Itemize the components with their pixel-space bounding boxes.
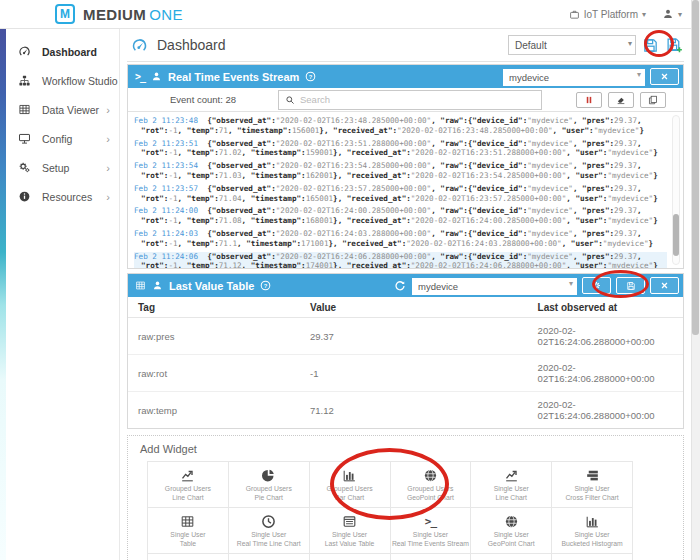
widget-button-single-user-table[interactable]: Single UserTable — [148, 508, 228, 553]
widget-button-grouped-users-pie-chart[interactable]: Grouped UsersPie Chart — [229, 462, 309, 507]
sidebar-item-label: Resources — [42, 191, 92, 203]
events-device-input[interactable] — [503, 69, 645, 86]
widget-button-single-user-real-time-events-stream[interactable]: >_Single UserReal Time Events Stream — [391, 508, 471, 553]
events-close-button[interactable] — [650, 68, 679, 85]
widget-button-grouped-users-line-chart[interactable]: Grouped UsersLine Chart — [148, 462, 228, 507]
bar-chart-icon — [585, 513, 600, 530]
widget-button-single-user-scatter-chart[interactable]: Single UserScatter Chart — [148, 554, 228, 560]
pause-stream-button[interactable] — [576, 92, 602, 108]
widget-button-single-user-user-input[interactable]: Single UserUser Input — [552, 554, 632, 560]
lvt-close-button[interactable] — [650, 277, 679, 294]
dashboard-preset-input[interactable] — [508, 35, 636, 55]
events-device-select[interactable]: ▾ — [503, 67, 645, 86]
brand-name: MEDIUMONE — [83, 6, 183, 23]
lvt-save-button[interactable] — [616, 277, 645, 294]
save-dashboard-button[interactable] — [641, 37, 660, 54]
event-count-label: Event count: 28 — [128, 94, 278, 105]
event-log-entry: Feb 2 11:23:48 {"observed_at":"2020-02-0… — [134, 116, 667, 136]
event-log-entry: Feb 2 11:23:57 {"observed_at":"2020-02-0… — [134, 184, 667, 204]
bar-chart-icon — [342, 467, 357, 484]
sidebar-item-dashboard[interactable]: Dashboard — [0, 37, 119, 66]
page-scrollbar-thumb[interactable] — [692, 0, 699, 335]
real-time-events-stream-widget: >_ Real Time Events Stream ? ▾ Event cou… — [127, 64, 684, 269]
widget-button-single-user-cross-filter-chart[interactable]: Single UserCross Filter Chart — [552, 462, 632, 507]
help-icon[interactable]: ? — [260, 280, 271, 291]
table-row: raw:rot-12020-02-02T16:24:06.288000+00:0… — [128, 355, 683, 392]
widget-button-group-label: Single User — [332, 531, 367, 540]
help-icon[interactable]: ? — [305, 71, 316, 82]
widget-button-group-label: Grouped Users — [246, 485, 292, 494]
lvt-device-input[interactable] — [412, 278, 577, 295]
copy-stream-button[interactable] — [640, 92, 666, 108]
table-row: raw:temp71.122020-02-02T16:24:06.288000+… — [128, 392, 683, 429]
widget-button-group-label: Single User — [575, 531, 610, 540]
widget-button-grouped-users-bar-chart[interactable]: Grouped UsersBar Chart — [310, 462, 390, 507]
widget-button-single-user-real-time-gauge[interactable]: Single UserReal Time Gauge — [229, 554, 309, 560]
widget-button-single-user-number-input[interactable]: x2Single UserNumber Input — [471, 554, 551, 560]
grid-table-icon — [18, 103, 34, 116]
dashboard-preset-select[interactable]: ▾ — [508, 35, 636, 56]
events-search-input[interactable] — [300, 94, 541, 105]
sidebar: DashboardWorkflow StudioData Viewer›Conf… — [0, 29, 120, 560]
floppy-save-icon — [626, 281, 636, 291]
clear-stream-button[interactable] — [608, 92, 634, 108]
widget-button-type-label: Line Chart — [172, 494, 203, 503]
widget-button-single-user-string-input[interactable]: Single UserString Input — [391, 554, 471, 560]
svg-text:?: ? — [309, 74, 313, 80]
sidebar-item-data-viewer[interactable]: Data Viewer› — [0, 95, 119, 124]
event-log-entry: Feb 2 11:24:00 {"observed_at":"2020-02-0… — [134, 206, 667, 226]
widget-button-grouped-users-geopoint-chart[interactable]: Grouped UsersGeoPoint Chart — [391, 462, 471, 507]
events-toolbar: Event count: 28 — [128, 88, 683, 112]
svg-text:?: ? — [264, 283, 268, 289]
main-content: Dashboard ▾ >_ Real Time Events Stream — [120, 29, 700, 560]
lvt-device-select[interactable]: ▾ — [412, 276, 577, 295]
page-scrollbar[interactable] — [691, 0, 700, 560]
widget-button-group-label: Single User — [170, 531, 205, 540]
info-icon — [18, 190, 34, 203]
widget-button-group-label: Grouped Users — [407, 485, 453, 494]
brand-secondary: ONE — [149, 6, 183, 23]
widget-button-group-label: Grouped Users — [327, 485, 373, 494]
lvt-tag-cell: raw:temp — [128, 392, 300, 429]
caret-down-icon: ▾ — [628, 39, 632, 48]
widget-button-type-label: GeoPoint Chart — [407, 494, 454, 503]
widget-button-group-label: Single User — [494, 485, 529, 494]
copy-icon — [648, 95, 658, 105]
widget-button-single-user-real-time-line-chart[interactable]: Single UserReal Time Line Chart — [229, 508, 309, 553]
lvt-last-observed-cell: 2020-02-02T16:24:06.288000+00:00 — [528, 392, 683, 429]
lvt-column-header: Last observed at — [528, 297, 683, 318]
add-widget-title: Add Widget — [140, 443, 674, 455]
widget-button-single-user-last-value-table[interactable]: Single UserLast Value Table — [310, 508, 390, 553]
sidebar-item-resources[interactable]: Resources› — [0, 182, 119, 211]
user-menu[interactable]: ▾ — [662, 8, 682, 20]
page-title: Dashboard — [157, 37, 226, 53]
widget-button-single-user-boolean-input[interactable]: Single UserBoolean Input — [310, 554, 390, 560]
events-log: Feb 2 11:23:48 {"observed_at":"2020-02-0… — [128, 112, 683, 268]
sidebar-item-config[interactable]: Config› — [0, 124, 119, 153]
save-dashboard-as-new-button[interactable] — [665, 37, 684, 54]
events-search-box[interactable] — [278, 90, 542, 110]
sidebar-item-workflow-studio[interactable]: Workflow Studio — [0, 66, 119, 95]
widget-button-single-user-line-chart[interactable]: Single UserLine Chart — [471, 462, 551, 507]
refresh-icon[interactable] — [394, 280, 406, 292]
widget-button-group-label: Single User — [575, 485, 610, 494]
close-icon — [660, 72, 669, 81]
table-icon — [135, 280, 146, 291]
events-log-scrollbar-thumb[interactable] — [673, 214, 679, 256]
floppy-save-icon — [642, 37, 659, 54]
terminal-icon: >_ — [135, 71, 145, 82]
lvt-widget-header: Last Value Table ? ▾ — [128, 274, 683, 297]
list-table-icon — [342, 513, 357, 530]
gear-icon — [592, 281, 601, 290]
widget-button-single-user-bucketed-histogram[interactable]: Single UserBucketed Histogram — [552, 508, 632, 553]
line-chart-icon — [180, 467, 195, 484]
sidebar-item-setup[interactable]: Setup› — [0, 153, 119, 182]
widget-button-group-label: Single User — [251, 531, 286, 540]
top-bar: M MEDIUMONE IoT Platform ▾ ▾ — [0, 0, 700, 28]
event-log-entry: Feb 2 11:23:51 {"observed_at":"2020-02-0… — [134, 139, 667, 159]
lvt-settings-button[interactable] — [582, 277, 611, 294]
cross-filter-icon — [585, 467, 600, 484]
platform-menu[interactable]: IoT Platform ▾ — [569, 9, 646, 20]
events-widget-header: >_ Real Time Events Stream ? ▾ — [128, 65, 683, 88]
widget-button-single-user-geopoint-chart[interactable]: Single UserGeoPoint Chart — [471, 508, 551, 553]
